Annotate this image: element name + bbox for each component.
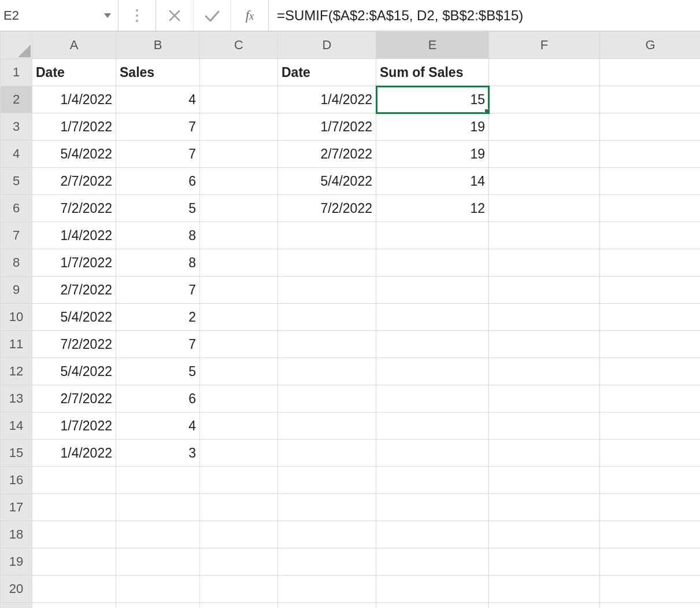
row-header-17[interactable]: 17 xyxy=(1,494,32,521)
cell-G5[interactable] xyxy=(600,168,701,195)
cell-C3[interactable] xyxy=(200,113,278,141)
cell-B19[interactable] xyxy=(116,548,200,576)
cell-C1[interactable] xyxy=(200,59,278,86)
row-header-2[interactable]: 2 xyxy=(1,86,32,113)
cell-C15[interactable] xyxy=(200,440,278,467)
cell-D18[interactable] xyxy=(278,521,376,548)
cell-D9[interactable] xyxy=(278,277,376,304)
cell-A8[interactable]: 1/7/2022 xyxy=(32,249,116,277)
cell-G9[interactable] xyxy=(600,277,701,304)
cell-C9[interactable] xyxy=(200,277,278,304)
cell-E17[interactable] xyxy=(376,494,489,521)
cell-B12[interactable]: 5 xyxy=(116,358,200,385)
cell-E8[interactable] xyxy=(376,249,489,277)
cell-F11[interactable] xyxy=(489,331,600,358)
cell-G12[interactable] xyxy=(600,358,701,385)
cell-E20[interactable] xyxy=(376,576,489,603)
cell-A21[interactable] xyxy=(32,603,116,609)
row-header-9[interactable]: 9 xyxy=(1,277,32,304)
name-box[interactable]: E2 xyxy=(0,0,118,31)
cell-D6[interactable]: 7/2/2022 xyxy=(278,195,376,222)
row-header-20[interactable]: 20 xyxy=(1,576,32,603)
cell-F12[interactable] xyxy=(489,358,600,385)
row-header-7[interactable]: 7 xyxy=(1,222,32,249)
cell-E14[interactable] xyxy=(376,412,489,440)
cell-G17[interactable] xyxy=(600,494,701,521)
cell-G16[interactable] xyxy=(600,467,701,494)
cell-F8[interactable] xyxy=(489,249,600,277)
row-header-6[interactable]: 6 xyxy=(1,195,32,222)
cell-F16[interactable] xyxy=(489,467,600,494)
cell-C17[interactable] xyxy=(200,494,278,521)
cell-G19[interactable] xyxy=(600,548,701,576)
cell-B5[interactable]: 6 xyxy=(116,168,200,195)
cell-E9[interactable] xyxy=(376,277,489,304)
cell-D19[interactable] xyxy=(278,548,376,576)
cell-C14[interactable] xyxy=(200,412,278,440)
cell-B14[interactable]: 4 xyxy=(116,412,200,440)
cell-F18[interactable] xyxy=(489,521,600,548)
cell-E5[interactable]: 14 xyxy=(376,168,489,195)
cell-E7[interactable] xyxy=(376,222,489,249)
cell-E21[interactable] xyxy=(376,603,489,609)
cell-B21[interactable] xyxy=(116,603,200,609)
row-header-13[interactable]: 13 xyxy=(1,385,32,412)
cell-B7[interactable]: 8 xyxy=(116,222,200,249)
cell-F7[interactable] xyxy=(489,222,600,249)
cell-E13[interactable] xyxy=(376,385,489,412)
fx-icon[interactable]: fx xyxy=(231,0,269,31)
cell-B18[interactable] xyxy=(116,521,200,548)
cell-C2[interactable] xyxy=(200,86,278,113)
cell-B20[interactable] xyxy=(116,576,200,603)
col-header-B[interactable]: B xyxy=(116,32,200,59)
cell-D4[interactable]: 2/7/2022 xyxy=(278,141,376,168)
cell-D14[interactable] xyxy=(278,412,376,440)
cell-G11[interactable] xyxy=(600,331,701,358)
cell-G14[interactable] xyxy=(600,412,701,440)
cell-F17[interactable] xyxy=(489,494,600,521)
cell-D17[interactable] xyxy=(278,494,376,521)
cell-D8[interactable] xyxy=(278,249,376,277)
cell-B8[interactable]: 8 xyxy=(116,249,200,277)
cell-B10[interactable]: 2 xyxy=(116,304,200,331)
cell-B2[interactable]: 4 xyxy=(116,86,200,113)
cell-A13[interactable]: 2/7/2022 xyxy=(32,385,116,412)
row-header-3[interactable]: 3 xyxy=(1,113,32,141)
cell-D10[interactable] xyxy=(278,304,376,331)
cell-A4[interactable]: 5/4/2022 xyxy=(32,141,116,168)
cell-F10[interactable] xyxy=(489,304,600,331)
col-header-D[interactable]: D xyxy=(278,32,376,59)
cell-E10[interactable] xyxy=(376,304,489,331)
cell-D12[interactable] xyxy=(278,358,376,385)
cell-F5[interactable] xyxy=(489,168,600,195)
row-header-5[interactable]: 5 xyxy=(1,168,32,195)
cell-G15[interactable] xyxy=(600,440,701,467)
cell-F1[interactable] xyxy=(489,59,600,86)
col-header-C[interactable]: C xyxy=(200,32,278,59)
cell-C16[interactable] xyxy=(200,467,278,494)
cell-A20[interactable] xyxy=(32,576,116,603)
col-header-F[interactable]: F xyxy=(489,32,600,59)
row-header-11[interactable]: 11 xyxy=(1,331,32,358)
select-all-corner[interactable] xyxy=(1,32,32,59)
cell-B15[interactable]: 3 xyxy=(116,440,200,467)
cell-A18[interactable] xyxy=(32,521,116,548)
cell-A5[interactable]: 2/7/2022 xyxy=(32,168,116,195)
cell-E18[interactable] xyxy=(376,521,489,548)
cell-D2[interactable]: 1/4/2022 xyxy=(278,86,376,113)
cell-G10[interactable] xyxy=(600,304,701,331)
cell-G4[interactable] xyxy=(600,141,701,168)
more-options-icon[interactable] xyxy=(118,0,156,31)
cell-E19[interactable] xyxy=(376,548,489,576)
row-header-8[interactable]: 8 xyxy=(1,249,32,277)
cell-A7[interactable]: 1/4/2022 xyxy=(32,222,116,249)
row-header-18[interactable]: 18 xyxy=(1,521,32,548)
cell-B3[interactable]: 7 xyxy=(116,113,200,141)
cell-C7[interactable] xyxy=(200,222,278,249)
cell-C20[interactable] xyxy=(200,576,278,603)
cancel-icon[interactable] xyxy=(156,0,194,31)
cell-F9[interactable] xyxy=(489,277,600,304)
cell-A17[interactable] xyxy=(32,494,116,521)
cell-F3[interactable] xyxy=(489,113,600,141)
cell-F14[interactable] xyxy=(489,412,600,440)
